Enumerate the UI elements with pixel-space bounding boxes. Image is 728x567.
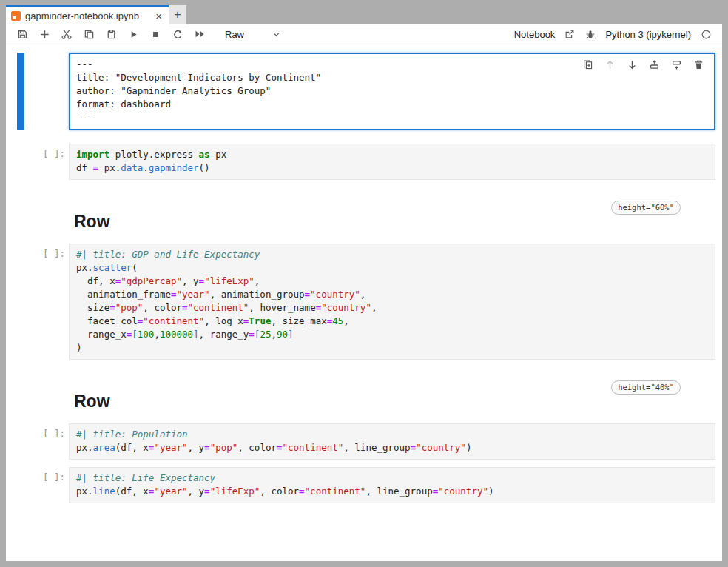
insert-cell-below-icon[interactable] [671,59,682,70]
cell-type-value: Raw [225,29,244,40]
code-cell-line[interactable]: #| title: Life Expectancypx.line(df, x="… [69,467,715,503]
execution-prompt: [ ]: [43,472,65,483]
duplicate-cell-icon[interactable] [582,59,593,70]
cell-row-raw: ---title: "Development Indicators by Con… [17,53,715,130]
cell-collapser[interactable] [17,467,24,503]
cell-collapser[interactable] [17,380,24,415]
prompt-gutter: [ ]: [24,467,69,503]
restart-kernel-icon[interactable] [172,28,183,40]
cell-row-markdown-2: height="40%" Row [17,380,715,415]
stop-icon[interactable] [149,28,161,40]
notebook-content: ---title: "Development Indicators by Con… [6,44,722,561]
notebook-file-icon [11,11,21,21]
code-cell-import[interactable]: import plotly.express as pxdf = px.data.… [69,144,715,180]
notebook-panel: Raw Notebook Python 3 [6,24,722,561]
jupyterlab-window: gapminder-notebook.ipynb × + [0,0,728,567]
run-icon[interactable] [127,28,139,40]
code-editor[interactable]: #| title: GDP and Life Expectancypx.scat… [76,248,709,355]
paste-icon[interactable] [105,28,117,40]
prompt-gutter: [ ]: [24,244,69,360]
cell-row-markdown-1: height="60%" Row [17,201,715,235]
prompt-gutter [24,380,69,415]
insert-cell-icon[interactable] [38,28,50,40]
notebook-toolbar: Raw Notebook Python 3 [6,24,722,44]
save-icon[interactable] [16,28,28,40]
cell-collapser[interactable] [17,423,24,460]
close-icon[interactable]: × [155,10,163,21]
code-cell-area[interactable]: #| title: Populationpx.area(df, x="year"… [69,423,715,460]
toolbar-right: Notebook Python 3 (ipykernel) [514,28,712,40]
raw-cell-frontmatter[interactable]: ---title: "Development Indicators by Con… [69,53,715,130]
restart-run-all-icon[interactable] [194,28,206,40]
move-cell-up-icon[interactable] [604,59,616,70]
cell-row-code-area: [ ]: #| title: Populationpx.area(df, x="… [17,423,715,460]
tab-bar: gapminder-notebook.ipynb × + [6,5,722,24]
kernel-name: Python 3 (ipykernel) [605,29,691,40]
code-editor[interactable]: #| title: Populationpx.area(df, x="year"… [76,428,709,454]
cell-collapser[interactable] [17,53,24,130]
tab-gapminder-notebook[interactable]: gapminder-notebook.ipynb × [6,5,169,24]
notebook-mode-label: Notebook [514,29,556,40]
prompt-gutter: [ ]: [24,144,69,180]
prompt-gutter [24,53,69,130]
copy-icon[interactable] [83,28,95,40]
cut-icon[interactable] [61,28,73,40]
height-badge: height="40%" [611,380,681,395]
execution-prompt: [ ]: [43,248,65,259]
cell-collapser[interactable] [17,244,24,360]
prompt-gutter [24,201,69,235]
new-tab-button[interactable]: + [169,5,186,24]
execution-prompt: [ ]: [43,428,65,439]
chevron-down-icon [272,30,281,39]
height-badge: height="60%" [611,201,681,215]
cell-type-select[interactable]: Raw [225,29,281,40]
delete-cell-icon[interactable] [693,59,704,70]
execution-prompt: [ ]: [43,148,65,159]
markdown-cell-row-2[interactable]: height="40%" Row [69,380,715,415]
tab-title: gapminder-notebook.ipynb [25,10,150,21]
code-cell-scatter[interactable]: #| title: GDP and Life Expectancypx.scat… [69,244,715,360]
prompt-gutter: [ ]: [24,423,69,460]
cell-row-code-scatter: [ ]: #| title: GDP and Life Expectancypx… [17,244,715,360]
move-cell-down-icon[interactable] [627,59,638,70]
cell-toolbar [582,59,704,70]
external-link-icon[interactable] [564,28,576,40]
cell-collapser[interactable] [17,201,24,235]
markdown-cell-row-1[interactable]: height="60%" Row [69,201,715,235]
cell-row-code-import: [ ]: import plotly.express as pxdf = px.… [17,144,715,180]
code-editor[interactable]: #| title: Life Expectancypx.line(df, x="… [76,472,709,498]
code-editor[interactable]: import plotly.express as pxdf = px.data.… [76,148,709,175]
kernel-status-icon[interactable] [700,28,712,40]
insert-cell-above-icon[interactable] [649,59,660,70]
plus-icon: + [174,8,181,21]
debugger-bug-icon[interactable] [584,28,596,40]
cell-row-code-line: [ ]: #| title: Life Expectancypx.line(df… [17,467,715,503]
cell-collapser[interactable] [17,144,24,180]
